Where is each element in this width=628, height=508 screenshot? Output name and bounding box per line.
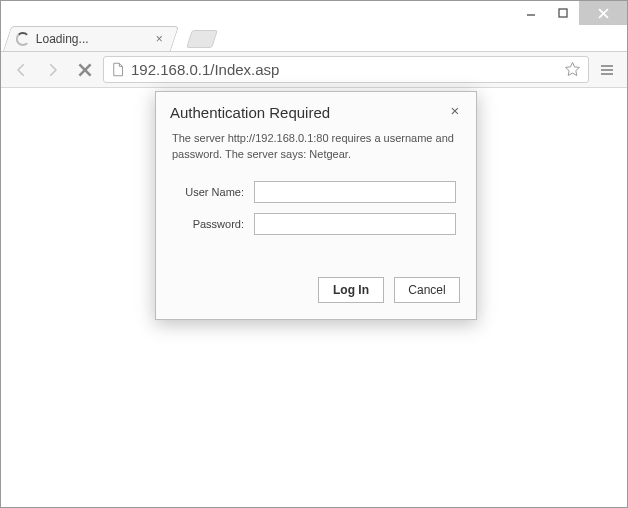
back-button[interactable] <box>7 56 35 84</box>
url-text: 192.168.0.1/Index.asp <box>131 61 558 78</box>
cancel-button[interactable]: Cancel <box>394 277 460 303</box>
login-button[interactable]: Log In <box>318 277 384 303</box>
svg-rect-1 <box>559 9 567 17</box>
browser-tab[interactable]: Loading... × <box>3 26 179 51</box>
page-icon <box>110 62 125 77</box>
page-content: Authentication Required × The server htt… <box>1 88 627 507</box>
password-input[interactable] <box>254 213 456 235</box>
address-bar[interactable]: 192.168.0.1/Index.asp <box>103 56 589 83</box>
window-maximize-button[interactable] <box>547 1 579 25</box>
tab-close-button[interactable]: × <box>156 34 166 44</box>
window-titlebar <box>1 1 627 25</box>
password-label: Password: <box>176 218 254 230</box>
auth-form: User Name: Password: <box>156 175 476 259</box>
browser-window: Loading... × 192.168.0.1/Index.asp <box>0 0 628 508</box>
tab-title: Loading... <box>36 32 150 46</box>
window-close-button[interactable] <box>579 1 627 25</box>
dialog-close-button[interactable]: × <box>448 104 462 118</box>
stop-button[interactable] <box>71 56 99 84</box>
dialog-title: Authentication Required <box>170 104 448 121</box>
tab-strip: Loading... × <box>1 25 627 52</box>
username-input[interactable] <box>254 181 456 203</box>
menu-button[interactable] <box>593 56 621 84</box>
dialog-message: The server http://192.168.0.1:80 require… <box>156 127 476 175</box>
auth-dialog: Authentication Required × The server htt… <box>155 91 477 320</box>
new-tab-button[interactable] <box>186 30 218 48</box>
window-minimize-button[interactable] <box>515 1 547 25</box>
bookmark-star-icon[interactable] <box>564 61 582 79</box>
toolbar: 192.168.0.1/Index.asp <box>1 52 627 88</box>
forward-button[interactable] <box>39 56 67 84</box>
spinner-icon <box>16 32 30 46</box>
username-label: User Name: <box>176 186 254 198</box>
